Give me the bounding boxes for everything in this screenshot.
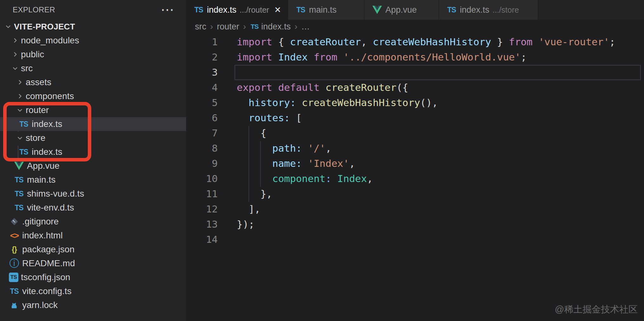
tree-item-vite-config-ts[interactable]: TSvite.config.ts [0, 284, 186, 298]
line-number[interactable]: 11 [186, 186, 218, 201]
line-number[interactable]: 1 [186, 34, 218, 49]
tab-bar: TSindex.ts.../router✕TSmain.tsApp.vueTSi… [186, 0, 644, 20]
tree-item-label: main.ts [27, 175, 55, 185]
breadcrumb-item-router[interactable]: router [217, 22, 239, 32]
more-actions-icon[interactable]: ⋯ [161, 7, 174, 13]
code-text: routes: [ [237, 110, 302, 125]
tree-item-vite-env-d-ts[interactable]: TSvite-env.d.ts [0, 201, 186, 215]
ts-icon: TS [446, 5, 457, 15]
code-line-5[interactable]: 5 history: createWebHashHistory(), [186, 95, 644, 110]
code-line-10[interactable]: 10 component: Index, [186, 171, 644, 186]
line-number[interactable]: 8 [186, 141, 218, 156]
code-line-8[interactable]: 8 path: '/', [186, 141, 644, 156]
tree-item-assets[interactable]: assets [0, 75, 186, 89]
explorer-header: EXPLORER ⋯ [0, 0, 186, 20]
code-line-9[interactable]: 9 name: 'Index', [186, 156, 644, 171]
code-line-13[interactable]: 13}); [186, 217, 644, 232]
tree-item-main-ts[interactable]: TSmain.ts [0, 173, 186, 187]
tree-item-label: .gitignore [22, 217, 59, 227]
tree-item-store[interactable]: store [0, 131, 186, 145]
chevron-down-icon [16, 134, 24, 142]
line-number[interactable]: 13 [186, 217, 218, 232]
code-text: }); [237, 217, 254, 232]
watermark: @稀土掘金技术社区 [555, 303, 638, 316]
code-line-3[interactable]: 3 [186, 65, 644, 80]
close-icon[interactable]: ✕ [274, 5, 281, 15]
code-text: ], [237, 201, 261, 217]
tree-item-router[interactable]: router [0, 103, 186, 117]
tree-item-yarn-lock[interactable]: yarn.lock [0, 298, 186, 312]
file-tree: VITE-PROJECTnode_modulespublicsrcassetsc… [0, 20, 186, 312]
line-number[interactable]: 2 [186, 49, 218, 65]
ts-icon: TS [18, 119, 29, 129]
tree-item-shims-vue-d-ts[interactable]: TSshims-vue.d.ts [0, 187, 186, 201]
line-number[interactable]: 5 [186, 95, 218, 110]
line-number[interactable]: 4 [186, 80, 218, 95]
code-line-2[interactable]: 2import Index from '../components/HelloW… [186, 49, 644, 65]
breadcrumb-item-index.ts[interactable]: TSindex.ts [250, 22, 291, 32]
code-line-14[interactable]: 14 [186, 232, 644, 247]
tree-item-package-json[interactable]: {}package.json [0, 242, 186, 256]
chevron-down-icon [4, 22, 13, 31]
line-number[interactable]: 6 [186, 110, 218, 125]
breadcrumb-item-src[interactable]: src [195, 22, 206, 32]
tree-item-label: App.vue [27, 161, 60, 171]
tree-item-gitignore[interactable]: .gitignore [0, 215, 186, 229]
line-number[interactable]: 10 [186, 171, 218, 186]
tree-item-label: store [26, 133, 45, 143]
tsconfig-icon: TS [9, 273, 18, 282]
breadcrumb-separator-icon: › [210, 22, 213, 32]
line-number[interactable]: 12 [186, 201, 218, 217]
chevron-down-icon [16, 106, 24, 115]
tab-app-vue[interactable]: App.vue [364, 0, 439, 20]
code-line-7[interactable]: 7 { [186, 125, 644, 141]
tree-item-src[interactable]: src [0, 61, 186, 75]
tree-item-label: node_modules [21, 35, 79, 46]
tree-item-public[interactable]: public [0, 47, 186, 61]
tree-item-vite-project[interactable]: VITE-PROJECT [0, 20, 186, 34]
tree-item-label: tsconfig.json [21, 272, 70, 282]
tab-label: index.ts [460, 5, 489, 15]
code-line-11[interactable]: 11 }, [186, 186, 644, 201]
breadcrumb-separator-icon: › [243, 22, 246, 32]
line-number[interactable]: 14 [186, 232, 218, 247]
ts-icon: TS [14, 203, 24, 212]
ts-icon: TS [193, 5, 204, 15]
tab-main-ts[interactable]: TSmain.ts [288, 0, 364, 20]
tree-item-label: assets [26, 77, 51, 87]
ts-icon: TS [295, 5, 306, 15]
tree-item-label: yarn.lock [22, 300, 58, 310]
tree-item-tsconfig-json[interactable]: TStsconfig.json [0, 270, 186, 284]
tree-item-components[interactable]: components [0, 89, 186, 103]
tree-item-app-vue[interactable]: App.vue [0, 159, 186, 173]
line-number[interactable]: 9 [186, 156, 218, 171]
line-number[interactable]: 3 [186, 65, 218, 80]
breadcrumb: src›router›TSindex.ts›… [186, 20, 644, 34]
tab-index-ts-store[interactable]: TSindex.ts.../store [439, 0, 538, 20]
code-line-6[interactable]: 6 routes: [ [186, 110, 644, 125]
breadcrumb-label: router [217, 22, 239, 32]
ts-icon: TS [18, 147, 29, 157]
line-number[interactable]: 7 [186, 125, 218, 141]
code-line-1[interactable]: 1import { createRouter, createWebHashHis… [186, 34, 644, 49]
tab-description: .../router [240, 5, 269, 15]
tree-item-node_modules[interactable]: node_modules [0, 34, 186, 47]
code-line-12[interactable]: 12 ], [186, 201, 644, 217]
ts-icon: TS [14, 189, 24, 198]
tree-item-router-index-ts[interactable]: TSindex.ts [0, 117, 186, 131]
tree-item-readme-md[interactable]: ⓘREADME.md [0, 256, 186, 270]
code-line-4[interactable]: 4export default createRouter({ [186, 80, 644, 95]
code-text: history: createWebHashHistory(), [237, 95, 438, 110]
tree-item-label: components [26, 91, 74, 101]
tree-item-store-index-ts[interactable]: TSindex.ts [0, 145, 186, 159]
code-text: }, [237, 186, 272, 201]
breadcrumb-item-[interactable]: … [301, 22, 310, 32]
code-text: export default createRouter({ [237, 80, 408, 95]
explorer-title: EXPLORER [13, 5, 55, 14]
tab-index-ts-router[interactable]: TSindex.ts.../router✕ [186, 0, 288, 20]
explorer-sidebar: EXPLORER ⋯ VITE-PROJECTnode_modulespubli… [0, 0, 186, 321]
tree-item-index-html[interactable]: <>index.html [0, 229, 186, 242]
tree-item-label: VITE-PROJECT [14, 22, 75, 32]
code-editor[interactable]: 1import { createRouter, createWebHashHis… [186, 34, 644, 321]
tree-item-label: public [21, 49, 44, 60]
